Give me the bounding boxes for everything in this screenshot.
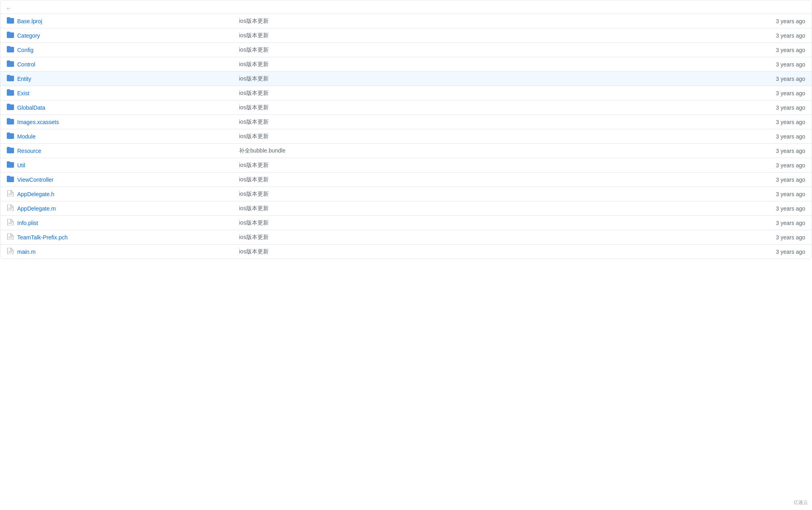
file-link[interactable]: TeamTalk-Prefix.pch	[17, 234, 68, 241]
file-link[interactable]: Exist	[17, 90, 29, 96]
commit-message: ios版本更新	[239, 176, 725, 183]
commit-time: 3 years ago	[725, 148, 805, 154]
file-icon	[7, 219, 14, 227]
folder-icon	[7, 32, 14, 39]
file-icon	[7, 205, 14, 212]
table-row[interactable]: AppDelegate.hios版本更新3 years ago	[0, 187, 812, 201]
file-icon	[7, 190, 14, 198]
file-link[interactable]: Category	[17, 32, 40, 39]
file-link[interactable]: GlobalData	[17, 104, 45, 111]
table-row[interactable]: Entityios版本更新3 years ago	[0, 72, 812, 86]
commit-time: 3 years ago	[725, 18, 805, 24]
table-row[interactable]: ViewControllerios版本更新3 years ago	[0, 173, 812, 187]
folder-icon	[7, 89, 14, 97]
folder-icon	[7, 161, 14, 169]
table-row[interactable]: Images.xcassetsios版本更新3 years ago	[0, 115, 812, 129]
commit-time: 3 years ago	[725, 220, 805, 226]
commit-message: ios版本更新	[239, 133, 725, 140]
parent-link[interactable]: ..	[7, 4, 10, 10]
commit-time: 3 years ago	[725, 234, 805, 241]
folder-icon	[7, 75, 14, 82]
commit-time: 3 years ago	[725, 249, 805, 255]
commit-message: ios版本更新	[239, 162, 725, 169]
commit-message: ios版本更新	[239, 75, 725, 82]
folder-icon	[7, 46, 14, 54]
file-link[interactable]: Base.lproj	[17, 18, 42, 24]
folder-icon	[7, 17, 14, 25]
table-row[interactable]: AppDelegate.mios版本更新3 years ago	[0, 201, 812, 216]
file-icon	[7, 233, 14, 241]
table-row[interactable]: Categoryios版本更新3 years ago	[0, 28, 812, 43]
commit-time: 3 years ago	[725, 191, 805, 197]
commit-message: ios版本更新	[239, 205, 725, 212]
commit-message: ios版本更新	[239, 32, 725, 39]
table-row[interactable]: Existios版本更新3 years ago	[0, 86, 812, 100]
commit-time: 3 years ago	[725, 90, 805, 96]
file-link[interactable]: Control	[17, 61, 35, 68]
table-row[interactable]: Resource补全bubble.bundle3 years ago	[0, 144, 812, 158]
commit-message: ios版本更新	[239, 104, 725, 111]
file-link[interactable]: Images.xcassets	[17, 119, 59, 125]
commit-message: ios版本更新	[239, 234, 725, 241]
file-link[interactable]: AppDelegate.m	[17, 205, 56, 212]
commit-message: ios版本更新	[239, 61, 725, 68]
commit-time: 3 years ago	[725, 104, 805, 111]
commit-message: ios版本更新	[239, 118, 725, 126]
table-row[interactable]: main.mios版本更新3 years ago	[0, 245, 812, 259]
commit-message: ios版本更新	[239, 18, 725, 25]
commit-time: 3 years ago	[725, 133, 805, 140]
commit-time: 3 years ago	[725, 177, 805, 183]
folder-icon	[7, 60, 14, 68]
file-link[interactable]: Util	[17, 162, 25, 169]
file-link[interactable]: Module	[17, 133, 36, 140]
table-row[interactable]: Moduleios版本更新3 years ago	[0, 129, 812, 144]
table-row[interactable]: Utilios版本更新3 years ago	[0, 158, 812, 173]
table-row[interactable]: TeamTalk-Prefix.pchios版本更新3 years ago	[0, 230, 812, 245]
commit-time: 3 years ago	[725, 61, 805, 68]
file-link[interactable]: ViewController	[17, 177, 54, 183]
folder-icon	[7, 133, 14, 140]
folder-icon	[7, 176, 14, 183]
commit-time: 3 years ago	[725, 32, 805, 39]
file-link[interactable]: AppDelegate.h	[17, 191, 54, 197]
commit-message: ios版本更新	[239, 191, 725, 198]
commit-message: ios版本更新	[239, 90, 725, 97]
file-link[interactable]: Entity	[17, 76, 31, 82]
commit-time: 3 years ago	[725, 205, 805, 212]
file-table: .. Base.lprojios版本更新3 years ago Category…	[0, 0, 812, 259]
file-link[interactable]: main.m	[17, 249, 36, 255]
commit-message: ios版本更新	[239, 219, 725, 227]
table-row[interactable]: Controlios版本更新3 years ago	[0, 57, 812, 72]
commit-time: 3 years ago	[725, 76, 805, 82]
commit-time: 3 years ago	[725, 47, 805, 53]
table-row[interactable]: Info.plistios版本更新3 years ago	[0, 216, 812, 230]
commit-time: 3 years ago	[725, 162, 805, 169]
folder-icon	[7, 147, 14, 155]
table-row[interactable]: GlobalDataios版本更新3 years ago	[0, 100, 812, 115]
table-row[interactable]: Configios版本更新3 years ago	[0, 43, 812, 57]
file-link[interactable]: Info.plist	[17, 220, 38, 226]
folder-icon	[7, 104, 14, 111]
commit-message: ios版本更新	[239, 248, 725, 255]
file-icon	[7, 248, 14, 255]
folder-icon	[7, 118, 14, 126]
parent-row[interactable]: ..	[0, 0, 812, 14]
commit-time: 3 years ago	[725, 119, 805, 125]
file-link[interactable]: Resource	[17, 148, 41, 154]
commit-message: 补全bubble.bundle	[239, 147, 725, 155]
file-link[interactable]: Config	[17, 47, 33, 53]
commit-message: ios版本更新	[239, 46, 725, 54]
table-row[interactable]: Base.lprojios版本更新3 years ago	[0, 14, 812, 28]
